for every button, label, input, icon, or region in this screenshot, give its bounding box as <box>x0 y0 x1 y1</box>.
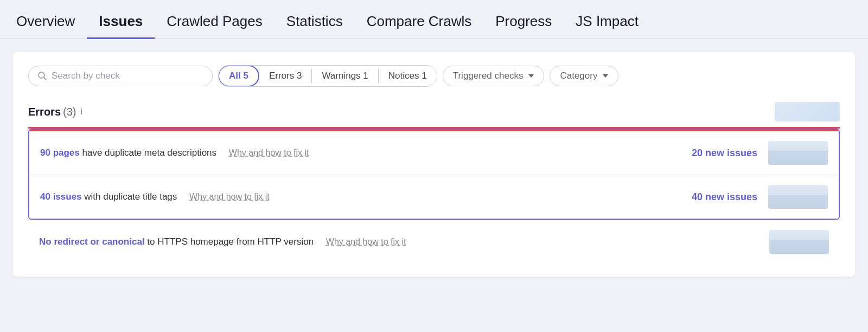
issue-link-3[interactable]: No redirect or canonical <box>39 237 145 247</box>
row-chart-2 <box>768 185 828 209</box>
section-chart <box>775 102 840 122</box>
triggered-checks-dropdown[interactable]: Triggered checks <box>443 66 545 86</box>
svg-line-1 <box>44 78 47 80</box>
search-box[interactable]: Search by check <box>28 66 213 86</box>
tab-crawled-pages[interactable]: Crawled Pages <box>155 13 274 39</box>
top-navigation: Overview Issues Crawled Pages Statistics… <box>0 0 868 39</box>
filter-bar: Search by check All 5 Errors 3 Warnings … <box>28 65 840 87</box>
section-title: Errors <box>28 106 61 118</box>
main-panel: Search by check All 5 Errors 3 Warnings … <box>13 52 855 277</box>
tab-issues[interactable]: Issues <box>87 13 155 39</box>
tab-js-impact[interactable]: JS Impact <box>564 13 650 39</box>
chip-warnings[interactable]: Warnings 1 <box>312 66 378 86</box>
issue-desc-2: with duplicate title tags <box>82 191 177 202</box>
chip-all[interactable]: All 5 <box>218 65 259 87</box>
issue-link-2[interactable]: 40 issues <box>40 191 82 202</box>
search-placeholder: Search by check <box>52 71 120 81</box>
issue-row-2: 40 issues with duplicate title tags Why … <box>29 175 839 219</box>
chip-notices[interactable]: Notices 1 <box>379 66 437 86</box>
chevron-down-icon <box>528 74 534 78</box>
new-issues-badge-1: 20 new issues <box>671 148 757 159</box>
tab-progress[interactable]: Progress <box>483 13 564 39</box>
chevron-down-icon-2 <box>603 74 608 78</box>
issue-link-1[interactable]: 90 pages <box>40 148 80 158</box>
tab-overview[interactable]: Overview <box>16 13 87 39</box>
row-chart-3 <box>769 230 829 254</box>
tab-statistics[interactable]: Statistics <box>275 13 355 39</box>
why-link-2[interactable]: Why and how to fix it <box>189 192 270 201</box>
why-link-3[interactable]: Why and how to fix it <box>326 237 406 246</box>
issue-desc-3: to HTTPS homepage from HTTP version <box>145 237 314 247</box>
issue-text-1: 90 pages have duplicate meta description… <box>40 148 671 158</box>
tab-compare-crawls[interactable]: Compare Crawls <box>355 13 484 39</box>
errors-section-header: Errors (3) i <box>28 102 840 129</box>
highlighted-issues-group: 90 pages have duplicate meta description… <box>28 129 840 220</box>
issue-text-2: 40 issues with duplicate title tags Why … <box>40 191 671 202</box>
issue-row-3: No redirect or canonical to HTTPS homepa… <box>28 220 840 264</box>
issues-container: 90 pages have duplicate meta description… <box>28 129 840 264</box>
info-icon[interactable]: i <box>80 107 82 117</box>
search-icon <box>37 71 47 81</box>
issue-desc-1: have duplicate meta descriptions <box>80 148 216 158</box>
issue-row-1: 90 pages have duplicate meta description… <box>29 130 839 175</box>
new-issues-badge-2: 40 new issues <box>671 191 757 203</box>
issue-text-3: No redirect or canonical to HTTPS homepa… <box>39 237 672 247</box>
why-link-1[interactable]: Why and how to fix it <box>229 148 309 157</box>
category-dropdown[interactable]: Category <box>550 66 618 86</box>
filter-chips: All 5 Errors 3 Warnings 1 Notices 1 <box>218 65 437 87</box>
chip-errors[interactable]: Errors 3 <box>259 66 311 86</box>
row-chart-1 <box>768 141 828 165</box>
section-count: (3) <box>63 106 76 118</box>
